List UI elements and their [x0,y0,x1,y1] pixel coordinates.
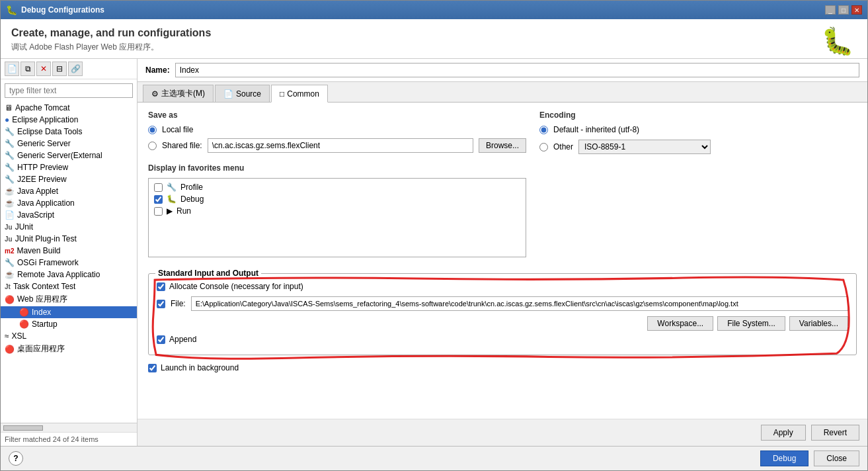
favorites-debug-item: 🐛 Debug [151,193,523,205]
duplicate-config-button[interactable]: ⧉ [20,62,35,76]
debug-icon: 🐛 [167,194,177,204]
browse-button[interactable]: Browse... [479,138,526,153]
close-button[interactable]: ✕ [851,5,862,15]
sidebar-item-java-application[interactable]: ☕ Java Application [1,197,137,209]
window-controls: _ □ ✕ [825,5,862,15]
other-encoding-radio[interactable] [539,143,548,151]
header-area: Create, manage, and run configurations 调… [1,19,867,59]
maximize-button[interactable]: □ [838,5,849,15]
apply-button[interactable]: Apply [761,425,806,441]
file-action-buttons: Workspace... File System... Variables... [157,316,848,331]
help-button[interactable]: ? [9,451,23,466]
shared-file-row: Shared file: Browse... [148,138,526,153]
generic-server-ext-icon: 🔧 [5,151,15,160]
sidebar-item-index[interactable]: 🔴 Index [1,306,137,318]
sidebar-item-j2ee-preview[interactable]: 🔧 J2EE Preview [1,173,137,185]
standard-io-box: Standard Input and Output Allocate Conso… [148,273,857,355]
sidebar-scrollbar-container [1,423,137,432]
file-checkbox[interactable] [157,300,165,308]
debug-checkbox[interactable] [154,195,163,204]
launch-background-checkbox[interactable] [148,364,157,372]
standard-io-container: Standard Input and Output Allocate Conso… [148,273,857,355]
tabs-bar: ⚙ 主选项卡(M) 📄 Source □ Common [138,82,867,103]
default-encoding-radio[interactable] [539,126,548,134]
local-file-label: Local file [162,125,193,134]
append-checkbox[interactable] [157,335,165,344]
delete-config-button[interactable]: ✕ [36,62,51,76]
data-tools-icon: 🔧 [5,127,15,136]
shared-file-label: Shared file: [162,141,202,150]
name-label: Name: [145,65,170,75]
sidebar-item-javascript[interactable]: 📄 JavaScript [1,209,137,221]
index-icon: 🔴 [19,308,29,317]
sidebar-toolbar: 📄 ⧉ ✕ ⊟ 🔗 [1,59,137,79]
workspace-button[interactable]: Workspace... [647,316,713,331]
sidebar-item-java-applet[interactable]: ☕ Java Applet [1,185,137,197]
debug-button[interactable]: Debug [760,450,809,466]
save-as-title: Save as [148,110,526,120]
sidebar-item-osgi-framework[interactable]: 🔧 OSGi Framework [1,257,137,269]
sidebar-item-http-preview[interactable]: 🔧 HTTP Preview [1,161,137,173]
sidebar-item-generic-server-external[interactable]: 🔧 Generic Server(External [1,150,137,161]
run-checkbox[interactable] [154,207,163,216]
revert-button[interactable]: Revert [811,425,859,441]
save-as-section: Save as Local file Shared file: Browse..… [148,110,526,153]
left-section: Save as Local file Shared file: Browse..… [148,110,526,268]
apply-revert-bar: Apply Revert [138,419,867,446]
common-tab-content: Save as Local file Shared file: Browse..… [138,103,867,419]
minimize-button[interactable]: _ [825,5,836,15]
js-icon: 📄 [5,210,15,220]
shared-file-input[interactable] [208,138,473,153]
encoding-section: Encoding Default - inherited (utf-8) Oth… [539,110,857,268]
allocate-console-checkbox[interactable] [157,282,165,291]
window-icon: 🐛 [6,5,17,15]
sidebar-item-startup[interactable]: 🔴 Startup [1,318,137,330]
sidebar-horizontal-scrollbar[interactable] [3,425,43,431]
sidebar-item-eclipse-data-tools[interactable]: 🔧 Eclipse Data Tools [1,126,137,138]
web-app-icon: 🔴 [5,295,15,304]
tab-main[interactable]: ⚙ 主选项卡(M) [143,85,214,102]
filter-input[interactable] [5,83,133,98]
config-name-input[interactable] [175,63,859,77]
tab-common[interactable]: □ Common [271,85,328,103]
append-row: Append [157,335,848,344]
file-path-input[interactable] [191,296,848,311]
encoding-select[interactable]: ISO-8859-1 UTF-8 UTF-16 [578,140,711,154]
sidebar-item-task-context-test[interactable]: Jt Task Context Test [1,280,137,292]
source-tab-icon: 📄 [223,89,233,99]
allocate-console-row: Allocate Console (necessary for input) [157,282,848,291]
sidebar-footer: Filter matched 24 of 24 items [1,432,137,446]
file-system-button[interactable]: File System... [717,316,785,331]
sidebar-item-eclipse-application[interactable]: ● Eclipse Application [1,114,137,126]
sidebar-item-maven-build[interactable]: m2 Maven Build [1,245,137,257]
collapse-all-button[interactable]: ⊟ [52,62,67,76]
sidebar-item-junit-plugin-test[interactable]: Ju JUnit Plug-in Test [1,233,137,245]
content-wrapper: Name: ⚙ 主选项卡(M) 📄 Source □ Common [138,59,867,446]
task-context-icon: Jt [5,283,11,290]
profile-label: Profile [180,183,203,192]
junit-icon: Ju [5,224,13,231]
osgi-icon: 🔧 [5,258,15,267]
close-dialog-button[interactable]: Close [814,450,859,466]
profile-checkbox[interactable] [154,183,163,192]
sidebar-item-generic-server[interactable]: 🔧 Generic Server [1,138,137,150]
sidebar-item-xsl[interactable]: ≈ XSL [1,330,137,342]
tab-source[interactable]: 📄 Source [215,85,270,102]
run-icon: ▶ [167,206,173,216]
shared-file-radio[interactable] [148,142,157,150]
main-area: 📄 ⧉ ✕ ⊟ 🔗 🖥 Apache Tomcat ● Eclipse Appl… [1,59,867,446]
sidebar-item-junit[interactable]: Ju JUnit [1,221,137,233]
sidebar-item-web-app[interactable]: 🔴 Web 应用程序 [1,292,137,306]
default-encoding-label: Default - inherited (utf-8) [553,125,639,134]
server-icon: 🖥 [5,103,13,112]
sidebar-item-apache-tomcat[interactable]: 🖥 Apache Tomcat [1,102,137,114]
new-config-button[interactable]: 📄 [5,62,19,76]
link-button[interactable]: 🔗 [68,62,83,76]
sidebar-item-desktop-app[interactable]: 🔴 桌面应用程序 [1,342,137,356]
j2ee-icon: 🔧 [5,175,15,184]
variables-button[interactable]: Variables... [789,316,848,331]
sidebar-item-remote-java-application[interactable]: ☕ Remote Java Applicatio [1,269,137,280]
java-app-icon: ☕ [5,198,15,208]
local-file-radio[interactable] [148,126,157,134]
local-file-radio-group: Local file [148,125,526,134]
